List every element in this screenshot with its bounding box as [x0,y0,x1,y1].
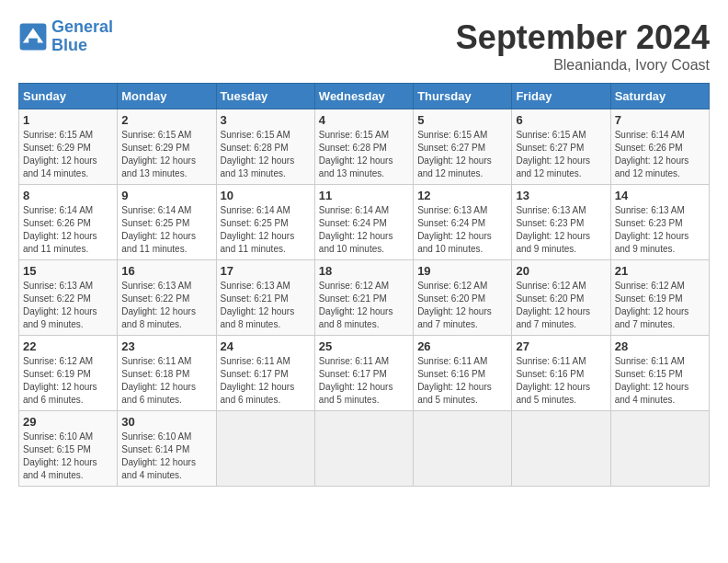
day-info: Sunrise: 6:11 AM Sunset: 6:17 PM Dayligh… [319,355,409,407]
day-number: 20 [516,264,606,278]
calendar-cell [512,411,610,487]
day-number: 24 [221,339,311,353]
day-number: 14 [615,189,705,202]
calendar-cell: 19Sunrise: 6:12 AM Sunset: 6:20 PM Dayli… [414,260,512,336]
day-info: Sunrise: 6:13 AM Sunset: 6:24 PM Dayligh… [417,204,507,256]
day-info: Sunrise: 6:12 AM Sunset: 6:19 PM Dayligh… [615,280,705,331]
day-number: 19 [417,264,507,278]
day-number: 21 [615,264,705,278]
calendar-cell: 3Sunrise: 6:15 AM Sunset: 6:28 PM Daylig… [216,109,314,185]
calendar-cell: 26Sunrise: 6:11 AM Sunset: 6:16 PM Dayli… [414,336,512,411]
calendar-cell: 15Sunrise: 6:13 AM Sunset: 6:22 PM Dayli… [19,260,118,336]
day-info: Sunrise: 6:15 AM Sunset: 6:27 PM Dayligh… [516,129,606,180]
calendar-cell: 27Sunrise: 6:11 AM Sunset: 6:16 PM Dayli… [512,336,610,411]
calendar-cell: 5Sunrise: 6:15 AM Sunset: 6:27 PM Daylig… [414,109,512,185]
day-info: Sunrise: 6:14 AM Sunset: 6:26 PM Dayligh… [615,129,705,180]
calendar-week-row: 8Sunrise: 6:14 AM Sunset: 6:26 PM Daylig… [19,185,710,260]
day-number: 25 [319,339,409,353]
day-info: Sunrise: 6:13 AM Sunset: 6:23 PM Dayligh… [516,204,606,256]
logo: General Blue [18,18,113,55]
day-number: 10 [221,189,311,202]
day-info: Sunrise: 6:11 AM Sunset: 6:16 PM Dayligh… [516,355,606,407]
calendar-cell: 12Sunrise: 6:13 AM Sunset: 6:24 PM Dayli… [414,185,512,260]
calendar-header-row: SundayMondayTuesdayWednesdayThursdayFrid… [19,84,710,109]
day-number: 16 [121,264,211,278]
day-info: Sunrise: 6:12 AM Sunset: 6:21 PM Dayligh… [319,280,409,331]
day-info: Sunrise: 6:15 AM Sunset: 6:28 PM Dayligh… [221,129,311,180]
day-number: 15 [23,264,113,278]
calendar-cell: 21Sunrise: 6:12 AM Sunset: 6:19 PM Dayli… [610,260,709,336]
calendar-week-row: 1Sunrise: 6:15 AM Sunset: 6:29 PM Daylig… [19,109,710,185]
day-number: 9 [121,189,211,202]
day-info: Sunrise: 6:14 AM Sunset: 6:25 PM Dayligh… [121,204,211,256]
calendar-cell: 23Sunrise: 6:11 AM Sunset: 6:18 PM Dayli… [118,336,216,411]
day-info: Sunrise: 6:15 AM Sunset: 6:27 PM Dayligh… [417,129,507,180]
calendar-week-row: 15Sunrise: 6:13 AM Sunset: 6:22 PM Dayli… [19,260,710,336]
day-number: 13 [516,189,606,202]
calendar-cell: 29Sunrise: 6:10 AM Sunset: 6:15 PM Dayli… [19,411,118,487]
day-number: 8 [23,189,113,202]
day-info: Sunrise: 6:13 AM Sunset: 6:21 PM Dayligh… [221,280,311,331]
day-info: Sunrise: 6:11 AM Sunset: 6:16 PM Dayligh… [417,355,507,407]
calendar-cell: 11Sunrise: 6:14 AM Sunset: 6:24 PM Dayli… [314,185,413,260]
calendar-week-row: 29Sunrise: 6:10 AM Sunset: 6:15 PM Dayli… [19,411,710,487]
day-number: 4 [319,113,409,127]
day-number: 2 [121,113,211,127]
day-header-saturday: Saturday [610,84,709,109]
calendar-cell: 9Sunrise: 6:14 AM Sunset: 6:25 PM Daylig… [118,185,216,260]
day-number: 29 [23,415,113,429]
day-number: 3 [221,113,311,127]
calendar-cell: 20Sunrise: 6:12 AM Sunset: 6:20 PM Dayli… [512,260,610,336]
day-number: 30 [121,415,211,429]
calendar-cell: 30Sunrise: 6:10 AM Sunset: 6:14 PM Dayli… [118,411,216,487]
day-number: 27 [516,339,606,353]
day-info: Sunrise: 6:10 AM Sunset: 6:14 PM Dayligh… [121,431,211,482]
logo-line1: General [51,17,113,36]
day-info: Sunrise: 6:10 AM Sunset: 6:15 PM Dayligh… [23,431,113,482]
day-number: 11 [319,189,409,202]
day-header-sunday: Sunday [19,84,118,109]
day-number: 17 [221,264,311,278]
calendar-cell: 6Sunrise: 6:15 AM Sunset: 6:27 PM Daylig… [512,109,610,185]
day-number: 6 [516,113,606,127]
calendar-cell: 13Sunrise: 6:13 AM Sunset: 6:23 PM Dayli… [512,185,610,260]
day-info: Sunrise: 6:11 AM Sunset: 6:15 PM Dayligh… [615,355,705,407]
calendar-cell: 10Sunrise: 6:14 AM Sunset: 6:25 PM Dayli… [216,185,314,260]
calendar-cell: 24Sunrise: 6:11 AM Sunset: 6:17 PM Dayli… [216,336,314,411]
day-info: Sunrise: 6:15 AM Sunset: 6:28 PM Dayligh… [319,129,409,180]
calendar-cell: 16Sunrise: 6:13 AM Sunset: 6:22 PM Dayli… [118,260,216,336]
day-header-monday: Monday [118,84,216,109]
day-info: Sunrise: 6:12 AM Sunset: 6:19 PM Dayligh… [23,355,113,407]
day-number: 12 [417,189,507,202]
day-header-wednesday: Wednesday [314,84,413,109]
logo-icon [18,22,48,52]
day-header-friday: Friday [512,84,610,109]
day-number: 22 [23,339,113,353]
calendar-cell [216,411,314,487]
calendar-cell: 17Sunrise: 6:13 AM Sunset: 6:21 PM Dayli… [216,260,314,336]
day-info: Sunrise: 6:13 AM Sunset: 6:22 PM Dayligh… [23,280,113,331]
calendar-cell: 18Sunrise: 6:12 AM Sunset: 6:21 PM Dayli… [314,260,413,336]
header: General Blue September 2024 Bleanianda, … [18,18,710,74]
day-number: 7 [615,113,705,127]
calendar-table: SundayMondayTuesdayWednesdayThursdayFrid… [18,83,710,487]
day-info: Sunrise: 6:12 AM Sunset: 6:20 PM Dayligh… [417,280,507,331]
title-area: September 2024 Bleanianda, Ivory Coast [456,18,710,74]
day-number: 1 [23,113,113,127]
day-info: Sunrise: 6:15 AM Sunset: 6:29 PM Dayligh… [121,129,211,180]
calendar-cell: 2Sunrise: 6:15 AM Sunset: 6:29 PM Daylig… [118,109,216,185]
calendar-cell [414,411,512,487]
day-info: Sunrise: 6:14 AM Sunset: 6:26 PM Dayligh… [23,204,113,256]
day-number: 5 [417,113,507,127]
day-header-thursday: Thursday [414,84,512,109]
day-info: Sunrise: 6:12 AM Sunset: 6:20 PM Dayligh… [516,280,606,331]
location-subtitle: Bleanianda, Ivory Coast [456,57,710,74]
calendar-cell [610,411,709,487]
logo-text: General Blue [51,18,113,55]
day-info: Sunrise: 6:13 AM Sunset: 6:23 PM Dayligh… [615,204,705,256]
day-info: Sunrise: 6:15 AM Sunset: 6:29 PM Dayligh… [23,129,113,180]
day-info: Sunrise: 6:14 AM Sunset: 6:24 PM Dayligh… [319,204,409,256]
day-info: Sunrise: 6:13 AM Sunset: 6:22 PM Dayligh… [121,280,211,331]
day-number: 28 [615,339,705,353]
calendar-cell: 1Sunrise: 6:15 AM Sunset: 6:29 PM Daylig… [19,109,118,185]
